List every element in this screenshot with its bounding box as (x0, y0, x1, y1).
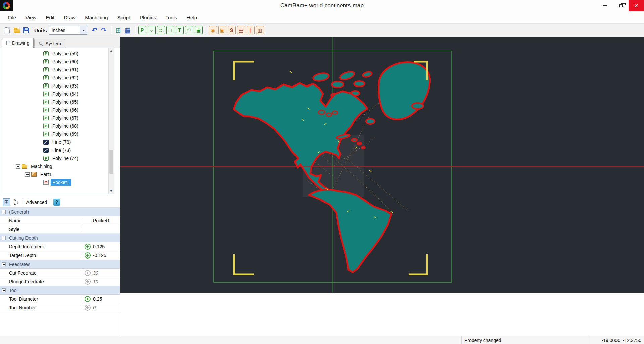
snap-grid-icon[interactable]: ⊞ (114, 25, 123, 35)
save-file-button[interactable] (21, 25, 31, 35)
help-icon[interactable]: ? (53, 199, 60, 206)
property-set-icon[interactable] (85, 279, 91, 285)
property-row[interactable]: Tool (0, 286, 120, 295)
property-row[interactable]: Tool Number 0 (0, 303, 120, 312)
section-collapse-icon[interactable] (2, 288, 6, 292)
mop-3dprofile-icon[interactable]: ∥ (247, 26, 255, 34)
canvas-column (120, 37, 644, 336)
sort-alphabetical-icon[interactable]: AZ ↓ (12, 198, 20, 206)
units-dropdown[interactable]: Inches (49, 26, 87, 35)
drawing-canvas[interactable] (120, 37, 644, 293)
titlebar: CamBam+ world-continents-map × (0, 0, 644, 11)
properties-toolbar: ⊞ AZ ↓ Advanced ? (0, 197, 120, 208)
maximize-button[interactable] (613, 0, 629, 11)
grid-icon[interactable]: ▦ (123, 25, 132, 35)
property-row[interactable]: Feedrates (0, 260, 120, 269)
iceland-shape (412, 103, 423, 109)
tree-collapse-icon[interactable] (16, 164, 20, 169)
draw-text-icon[interactable]: T (176, 26, 184, 34)
tree-item[interactable]: Line (70) (0, 138, 114, 146)
tree-item[interactable]: Polyline (64) (0, 90, 114, 98)
tree-item[interactable]: Polyline (60) (0, 58, 114, 66)
menu-item[interactable]: File (3, 11, 21, 23)
draw-rect-icon[interactable]: □ (166, 26, 174, 34)
panel-tab[interactable]: System (34, 39, 65, 48)
property-value[interactable]: 10 (92, 279, 120, 284)
open-file-button[interactable] (12, 25, 21, 35)
tree-scrollbar[interactable] (108, 48, 114, 194)
window-title: CamBam+ world-continents-map (0, 0, 644, 11)
tree-item[interactable]: Polyline (63) (0, 82, 114, 90)
property-value[interactable]: Pocket1 (92, 218, 120, 223)
property-set-icon[interactable] (85, 252, 91, 259)
panel-tab[interactable]: Drawing (2, 38, 34, 48)
tree-item[interactable]: Polyline (74) (0, 154, 114, 162)
tree-item[interactable]: Polyline (61) (0, 66, 114, 74)
section-collapse-icon[interactable] (2, 210, 6, 214)
property-row[interactable]: Cut Feedrate 30 (0, 269, 120, 277)
property-value[interactable]: -0.125 (92, 253, 120, 258)
menu-item[interactable]: Draw (59, 11, 80, 23)
mop-lathe-icon[interactable]: ▥ (256, 26, 264, 34)
mop-profile-icon[interactable]: S (228, 26, 236, 34)
minimize-button[interactable] (598, 0, 613, 11)
tree-item[interactable]: Pocket1 (0, 178, 114, 186)
menu-item[interactable]: Help (182, 11, 202, 23)
menu-item[interactable]: Tools (161, 11, 182, 23)
menu-item[interactable]: Plugins (135, 11, 161, 23)
new-file-button[interactable] (3, 25, 12, 35)
tree-item[interactable]: Polyline (65) (0, 98, 114, 106)
tree-item[interactable]: Line (73) (0, 146, 114, 154)
tree-item[interactable]: Polyline (68) (0, 122, 114, 130)
scroll-up-button[interactable] (109, 48, 114, 54)
mop-engrave-icon[interactable]: ▤ (237, 26, 245, 34)
mop-pocket-icon[interactable]: ▣ (218, 26, 226, 34)
units-dropdown-button[interactable] (80, 26, 87, 34)
property-set-icon[interactable] (85, 305, 91, 311)
tree-item-label: Polyline (64) (51, 91, 80, 97)
property-value[interactable]: 0.125 (92, 244, 120, 249)
scrollbar-thumb[interactable] (109, 150, 113, 174)
tree-item[interactable]: Polyline (66) (0, 106, 114, 114)
menu-item[interactable]: Script (113, 11, 135, 23)
draw-polyline-icon[interactable]: P (138, 26, 146, 34)
property-set-icon[interactable] (85, 244, 91, 250)
tree-item[interactable]: Polyline (67) (0, 114, 114, 122)
tree-item[interactable]: Polyline (69) (0, 130, 114, 138)
property-value[interactable]: 0 (92, 305, 120, 310)
property-row[interactable]: Style (0, 225, 120, 234)
categorized-icon[interactable]: ⊞ (3, 198, 10, 206)
scroll-down-button[interactable] (109, 188, 114, 194)
property-row[interactable]: Tool Diameter 0.25 (0, 295, 120, 303)
property-set-icon[interactable] (85, 270, 91, 276)
menu-item[interactable]: View (21, 11, 41, 23)
property-row[interactable]: Name Pocket1 (0, 216, 120, 225)
property-set-icon[interactable] (85, 296, 91, 302)
section-collapse-icon[interactable] (2, 236, 6, 240)
property-row[interactable]: Cutting Depth (0, 234, 120, 242)
tree-item[interactable]: Polyline (62) (0, 74, 114, 82)
advanced-button[interactable]: Advanced (25, 199, 48, 205)
tree-item[interactable]: Part1 (0, 170, 114, 178)
undo-icon[interactable]: ↶ (90, 25, 99, 35)
tree-item[interactable]: Polyline (59) (0, 50, 114, 58)
menu-item[interactable]: Edit (41, 11, 59, 23)
close-button[interactable]: × (629, 0, 644, 11)
property-row[interactable]: Target Depth -0.125 (0, 251, 120, 260)
property-row[interactable]: Depth Increment 0.125 (0, 242, 120, 251)
menu-item[interactable]: Machining (80, 11, 112, 23)
draw-solid-icon[interactable]: ▣ (195, 26, 203, 34)
draw-arc-icon[interactable]: ◠ (185, 26, 193, 34)
property-label: Feedrates (8, 262, 82, 267)
redo-icon[interactable]: ↷ (99, 25, 109, 35)
tree-collapse-icon[interactable] (25, 172, 30, 177)
property-row[interactable]: (General) (0, 208, 120, 216)
tree-item[interactable]: Machining (0, 162, 114, 170)
property-row[interactable]: Plunge Feedrate 10 (0, 277, 120, 286)
mop-drill-icon[interactable]: ◉ (209, 26, 217, 34)
section-collapse-icon[interactable] (2, 262, 6, 266)
draw-points-icon[interactable]: ∷ (157, 26, 165, 34)
property-value[interactable]: 0.25 (92, 296, 120, 302)
draw-circle-icon[interactable]: ○ (148, 26, 156, 34)
property-value[interactable]: 30 (92, 270, 120, 276)
